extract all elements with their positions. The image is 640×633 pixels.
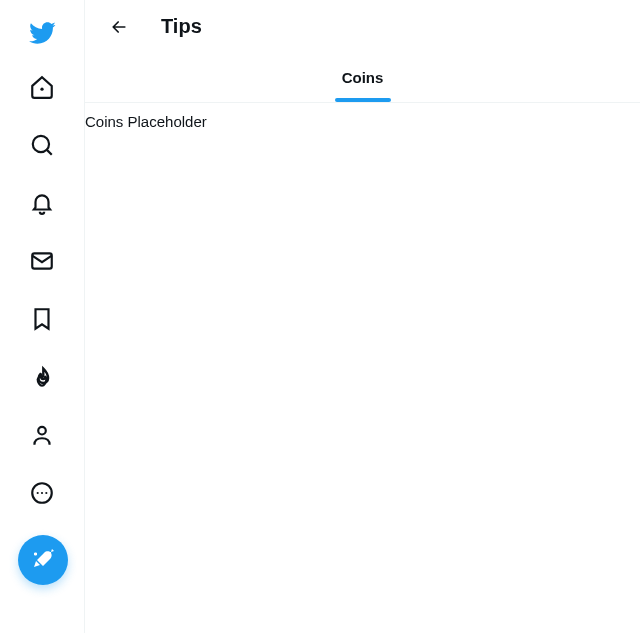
nav-messages[interactable] bbox=[17, 236, 67, 286]
nav-bookmarks[interactable] bbox=[17, 294, 67, 344]
arrow-left-icon bbox=[109, 17, 129, 37]
home-icon bbox=[29, 74, 55, 100]
search-icon bbox=[29, 132, 55, 158]
svg-point-7 bbox=[41, 492, 43, 494]
nav-more[interactable] bbox=[17, 468, 67, 518]
svg-point-8 bbox=[45, 492, 47, 494]
page-title: Tips bbox=[161, 15, 202, 38]
tab-coins[interactable]: Coins bbox=[85, 53, 640, 102]
nav-home[interactable] bbox=[17, 62, 67, 112]
page-header: Tips bbox=[85, 0, 640, 53]
bell-icon bbox=[29, 190, 55, 216]
coins-placeholder: Coins Placeholder bbox=[85, 113, 640, 130]
nav-search[interactable] bbox=[17, 120, 67, 170]
nav-profile[interactable] bbox=[17, 410, 67, 460]
compose-icon bbox=[31, 548, 55, 572]
compose-button[interactable] bbox=[18, 535, 68, 585]
sidebar bbox=[0, 0, 85, 633]
nav-trends[interactable] bbox=[17, 352, 67, 402]
back-button[interactable] bbox=[101, 9, 137, 45]
flame-icon bbox=[29, 364, 55, 390]
tabs: Coins bbox=[85, 53, 640, 103]
main-content: Tips Coins Coins Placeholder bbox=[85, 0, 640, 633]
tab-label: Coins bbox=[342, 69, 384, 86]
svg-point-0 bbox=[40, 88, 43, 91]
svg-point-6 bbox=[37, 492, 39, 494]
bookmark-icon bbox=[29, 306, 55, 332]
twitter-logo[interactable] bbox=[17, 8, 67, 58]
svg-point-4 bbox=[38, 427, 46, 435]
envelope-icon bbox=[29, 248, 55, 274]
nav-notifications[interactable] bbox=[17, 178, 67, 228]
bird-icon bbox=[28, 19, 56, 47]
nav-list bbox=[17, 62, 67, 518]
more-icon bbox=[29, 480, 55, 506]
person-icon bbox=[29, 422, 55, 448]
tab-active-indicator bbox=[335, 98, 391, 102]
svg-line-2 bbox=[47, 150, 52, 155]
content-area: Coins Placeholder bbox=[85, 103, 640, 130]
svg-point-1 bbox=[33, 136, 49, 152]
